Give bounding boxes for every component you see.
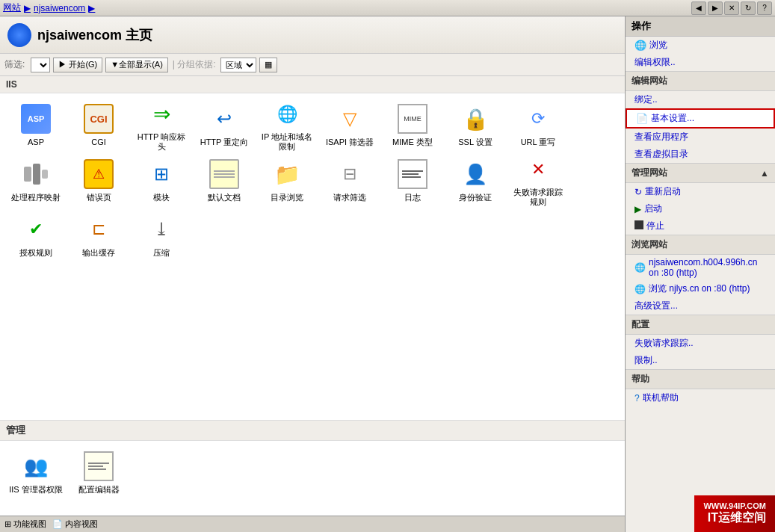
icon-logging[interactable]: 日志 [383, 155, 442, 207]
advanced-settings-label: 高级设置... [634, 300, 678, 312]
icon-failed-req[interactable]: ✕ 失败请求跟踪规则 [508, 155, 568, 207]
icon-http-redirect[interactable]: ↩ HTTP 重定向 [194, 99, 254, 152]
ssl-icon: 🔒 [460, 103, 491, 134]
sidebar-failed-tracing[interactable]: 失败请求跟踪.. [626, 335, 775, 352]
sidebar-start[interactable]: ▶ 启动 [626, 200, 775, 217]
icon-authz[interactable]: ✔ 授权规则 [6, 210, 66, 262]
icon-auth[interactable]: 👤 身份验证 [445, 155, 505, 207]
features-view-btn[interactable]: ⊞ 功能视图 [4, 519, 46, 530]
restart-label: 重新启动 [645, 185, 681, 198]
modules-icon: ⊞ [146, 158, 177, 190]
content-view-icon: 📄 [52, 519, 63, 529]
sidebar-view-apps[interactable]: 查看应用程序 [626, 129, 775, 146]
browse-url1-icon: 🌐 [634, 262, 646, 273]
error-page-icon: ⚠ [83, 158, 114, 190]
sidebar-stop[interactable]: 停止 [626, 217, 775, 235]
cgi-label: CGI [91, 137, 106, 147]
icon-iis-manager[interactable]: 👥 IIS 管理器权限 [6, 447, 66, 499]
sidebar-section-browse: 浏览网站 [626, 235, 775, 255]
content-area: njsaiwencom 主页 筛选: ▶ 开始(G) ▼全部显示(A) | 分组… [0, 16, 626, 532]
edit-perms-label: 编辑权限.. [634, 56, 676, 69]
sidebar-title: 操作 [626, 16, 775, 37]
icon-cgi[interactable]: CGI CGI [69, 99, 129, 152]
sidebar-section-config: 配置 [626, 315, 775, 335]
sidebar-online-help[interactable]: ? 联机帮助 [626, 389, 775, 406]
logging-icon [397, 158, 428, 190]
error-page-label: 错误页 [87, 193, 111, 202]
help-icon[interactable]: ? [757, 1, 772, 15]
http-response-icon: ⇒ [146, 99, 177, 129]
icon-error-page[interactable]: ⚠ 错误页 [69, 155, 129, 207]
bind-label: 绑定.. [634, 93, 658, 106]
icon-config-editor[interactable]: 配置编辑器 [69, 447, 129, 499]
auth-label: 身份验证 [459, 193, 492, 202]
breadcrumb-sub[interactable]: njsaiwencom [34, 3, 85, 13]
icon-url-rewrite[interactable]: ⟳ URL 重写 [508, 99, 568, 152]
icon-dir-browse[interactable]: 📁 目录浏览 [257, 155, 317, 207]
content-view-btn[interactable]: 📄 内容视图 [52, 519, 98, 530]
asp-label: ASP [28, 137, 44, 147]
icon-default-doc[interactable]: 默认文档 [194, 155, 254, 207]
sidebar-view-vdirs[interactable]: 查看虚拟目录 [626, 146, 775, 163]
icon-handler[interactable]: 处理程序映射 [6, 155, 66, 207]
show-all-button[interactable]: ▼全部显示(A) [105, 58, 168, 72]
cgi-icon: CGI [83, 103, 114, 134]
breadcrumb-site[interactable]: 网站 [3, 1, 21, 14]
sidebar-advanced-settings[interactable]: 高级设置... [626, 297, 775, 315]
refresh-icon[interactable]: ↻ [741, 1, 756, 15]
icons-grid: ASP ASP CGI CGI ⇒ HTTP 响应标头 [0, 93, 625, 420]
icon-modules[interactable]: ⊞ 模块 [132, 155, 191, 207]
icon-req-filter[interactable]: ⊟ 请求筛选 [320, 155, 380, 207]
icon-ip-restrict[interactable]: 🌐 IP 地址和域名限制 [257, 99, 317, 152]
icon-mime[interactable]: MIME MIME 类型 [383, 99, 442, 152]
sidebar-basic-settings[interactable]: 📄 基本设置... [626, 108, 775, 129]
modules-label: 模块 [153, 193, 170, 202]
icon-compress[interactable]: ⤓ 压缩 [132, 210, 191, 262]
icon-isapi[interactable]: ▽ ISAPI 筛选器 [320, 99, 380, 152]
view-button[interactable]: ▦ [259, 58, 277, 72]
top-bar: 网站 ▶ njsaiwencom ▶ ◀ ▶ ✕ ↻ ? [0, 0, 775, 16]
url-rewrite-icon: ⟳ [522, 103, 554, 134]
icon-asp[interactable]: ASP ASP [6, 99, 66, 152]
limits-label: 限制.. [634, 354, 658, 367]
group-select[interactable]: 区域 [220, 58, 256, 72]
nav-forward-icon[interactable]: ▶ [708, 1, 723, 15]
watermark: WWW.94IP.COM IT运维空间 [694, 495, 775, 532]
bottom-bar: ⊞ 功能视图 📄 内容视图 [0, 516, 625, 532]
sidebar-browse[interactable]: 🌐 浏览 [626, 37, 775, 54]
question-icon: ? [634, 393, 640, 403]
mime-icon: MIME [397, 103, 428, 134]
sidebar-limits[interactable]: 限制.. [626, 352, 775, 369]
basic-settings-label: 基本设置... [651, 112, 694, 125]
nav-back-icon[interactable]: ◀ [691, 1, 706, 15]
failed-req-icon: ✕ [522, 155, 554, 185]
sidebar-restart[interactable]: ↻ 重新启动 [626, 183, 775, 200]
default-doc-label: 默认文档 [208, 193, 241, 202]
sidebar-edit-perms[interactable]: 编辑权限.. [626, 54, 775, 71]
start-button[interactable]: ▶ 开始(G) [53, 58, 102, 72]
icon-http-response[interactable]: ⇒ HTTP 响应标头 [132, 99, 191, 152]
online-help-label: 联机帮助 [643, 392, 679, 404]
sidebar-browse-url2[interactable]: 🌐 浏览 njlys.cn on :80 (http) [626, 280, 775, 297]
sidebar-browse-url1[interactable]: 🌐 njsaiwencom.h004.996h.cn on :80 (http) [626, 255, 775, 280]
failed-req-label: 失败请求跟踪规则 [511, 188, 565, 207]
failed-tracing-label: 失败请求跟踪.. [634, 337, 694, 350]
start-label: 启动 [644, 202, 662, 215]
req-filter-label: 请求筛选 [333, 193, 366, 202]
compress-label: 压缩 [153, 248, 170, 258]
svg-rect-1 [33, 164, 40, 185]
dir-browse-label: 目录浏览 [271, 193, 303, 202]
sidebar-bind[interactable]: 绑定.. [626, 91, 775, 108]
stop-icon[interactable]: ✕ [724, 1, 739, 15]
output-cache-icon: ⊏ [83, 214, 114, 245]
icon-ssl[interactable]: 🔒 SSL 设置 [445, 99, 505, 152]
browse-site-label: 浏览网站 [632, 238, 667, 251]
icon-output-cache[interactable]: ⊏ 输出缓存 [69, 210, 129, 262]
isapi-icon: ▽ [334, 103, 365, 134]
collapse-icon[interactable]: ▲ [760, 168, 769, 179]
browse-label: 浏览 [649, 39, 667, 52]
filter-select[interactable] [31, 58, 50, 72]
breadcrumb-sep2: ▶ [88, 3, 95, 13]
help-section-label: 帮助 [632, 373, 649, 386]
default-doc-icon [209, 158, 240, 190]
